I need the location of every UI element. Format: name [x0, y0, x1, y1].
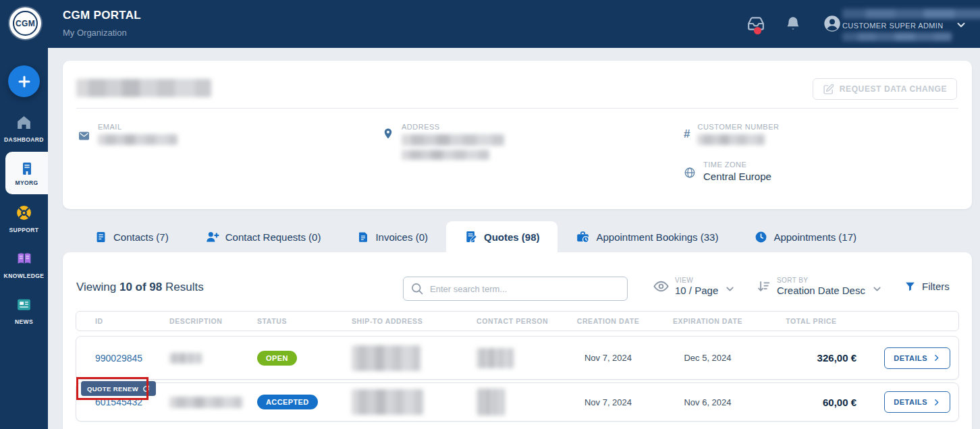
sidebar-item-label: MYORG — [15, 179, 38, 186]
organization-card: REQUEST DATA CHANGE EMAIL ADDRESS — [63, 61, 972, 209]
request-data-change-button[interactable]: REQUEST DATA CHANGE — [813, 78, 957, 100]
cgm-portal-app: CGM CGM PORTAL My Organization CUSTOMER … — [0, 0, 980, 429]
sidebar-nav: DASHBOARD MYORG SUPPORT — [0, 48, 48, 429]
creation-date: Nov 7, 2024 — [557, 397, 659, 407]
search-icon — [410, 282, 424, 295]
expiration-date: Dec 5, 2024 — [659, 353, 757, 363]
column-header-ship-to: SHIP-TO ADDRESS — [352, 317, 477, 325]
sidebar-item-news[interactable]: NEWS — [0, 296, 48, 325]
plus-icon — [16, 74, 32, 90]
quote-pen-icon — [464, 230, 478, 244]
column-header-total-price: TOTAL PRICE — [757, 317, 866, 325]
chevron-down-icon[interactable] — [955, 19, 967, 31]
viewing-prefix: Viewing — [76, 281, 116, 293]
column-header-description: DESCRIPTION — [169, 317, 257, 325]
clock-icon — [755, 231, 767, 244]
refresh-icon — [142, 385, 150, 393]
sidebar-item-label: KNOWLEDGE — [0, 273, 48, 279]
customer-number-redacted — [697, 134, 765, 145]
tab-appointment-bookings[interactable]: Appointment Bookings (33) — [557, 221, 736, 252]
card-divider — [76, 108, 958, 109]
tab-invoices[interactable]: Invoices (0) — [339, 221, 446, 252]
quote-row-1: 990029845 OPEN Nov 7, 2024 Dec 5, 2024 3… — [76, 336, 959, 380]
details-label: DETAILS — [894, 398, 927, 406]
book-icon — [16, 250, 33, 267]
request-data-change-label: REQUEST DATA CHANGE — [840, 84, 947, 94]
sidebar-item-label: DASHBOARD — [0, 136, 48, 143]
search-box[interactable] — [403, 277, 628, 301]
tab-contact-requests[interactable]: Contact Requests (0) — [187, 221, 339, 252]
table-header-row: ID DESCRIPTION STATUS SHIP-TO ADDRESS CO… — [76, 311, 959, 331]
person-plus-icon — [205, 230, 219, 244]
sort-by-label: SORT BY — [777, 277, 865, 284]
results-count: Viewing 10 of 98 Results — [76, 281, 204, 294]
notification-dot — [754, 27, 761, 34]
contact-person-redacted — [477, 389, 505, 416]
expiration-date: Nov 6, 2024 — [659, 397, 757, 407]
customer-number-label: CUSTOMER NUMBER — [697, 123, 779, 131]
tab-label: Contact Requests (0) — [225, 231, 321, 243]
tab-label: Quotes (98) — [484, 231, 540, 243]
sidebar-item-label: SUPPORT — [0, 227, 48, 233]
tab-appointments[interactable]: Appointments (17) — [736, 221, 875, 252]
details-button[interactable]: DETAILS — [884, 347, 950, 369]
tab-label: Appointments (17) — [773, 231, 856, 243]
chevron-down-icon — [871, 283, 883, 295]
house-icon — [16, 114, 32, 131]
sidebar-item-dashboard[interactable]: DASHBOARD — [0, 114, 48, 143]
status-badge: ACCEPTED — [257, 395, 318, 409]
address-book-icon — [94, 231, 107, 244]
tab-label: Invoices (0) — [375, 231, 428, 243]
sidebar-item-myorg[interactable]: MYORG — [5, 152, 48, 194]
quotes-panel: Viewing 10 of 98 Results VIEW 10 / Page — [63, 252, 972, 429]
column-header-contact: CONTACT PERSON — [477, 317, 557, 325]
view-label: VIEW — [675, 277, 718, 284]
tab-label: Appointment Bookings (33) — [596, 231, 718, 243]
quote-id-link[interactable]: 601545432 — [95, 397, 169, 407]
add-button[interactable] — [8, 65, 40, 97]
tab-bar: Contacts (7) Contact Requests (0) Invoic… — [76, 221, 875, 252]
quote-row-2: 601545432 ACCEPTED Nov 7, 2024 Nov 6, 20… — [76, 382, 959, 422]
viewing-count: 10 of 98 — [119, 281, 162, 293]
building-icon — [19, 161, 35, 177]
address-label: ADDRESS — [402, 123, 504, 131]
filter-funnel-icon — [904, 281, 916, 292]
email-label: EMAIL — [98, 123, 178, 131]
user-org-redacted — [842, 32, 952, 41]
sort-by-control[interactable]: SORT BY Creation Date Desc — [757, 277, 883, 296]
email-value-redacted — [98, 134, 178, 145]
user-name-redacted — [842, 9, 980, 19]
address-field: ADDRESS — [382, 123, 504, 160]
column-header-expiration: EXPIRATION DATE — [659, 317, 757, 325]
sidebar-item-knowledge[interactable]: KNOWLEDGE — [0, 250, 48, 279]
avatar-icon[interactable] — [823, 14, 842, 33]
time-zone-label: TIME ZONE — [703, 161, 771, 169]
column-header-status: STATUS — [257, 317, 352, 325]
sort-by-value: Creation Date Desc — [777, 285, 865, 296]
tab-contacts[interactable]: Contacts (7) — [76, 221, 187, 252]
quote-renew-badge[interactable]: QUOTE RENEW — [81, 381, 156, 396]
bell-icon[interactable] — [784, 15, 802, 32]
email-field: EMAIL — [78, 123, 178, 145]
sidebar-item-support[interactable]: SUPPORT — [0, 204, 48, 233]
cgm-logo[interactable]: CGM — [9, 7, 41, 39]
details-button[interactable]: DETAILS — [884, 391, 950, 413]
filters-button[interactable]: Filters — [904, 281, 950, 292]
organization-name-redacted — [76, 79, 211, 97]
globe-icon — [684, 167, 696, 179]
time-zone-field: TIME ZONE Central Europe — [684, 161, 771, 182]
view-value: 10 / Page — [675, 285, 718, 296]
view-per-page-control[interactable]: VIEW 10 / Page — [653, 277, 736, 296]
invoice-icon — [357, 231, 369, 244]
ship-to-redacted — [352, 345, 420, 371]
newspaper-icon — [16, 296, 32, 313]
contact-person-redacted — [477, 348, 514, 368]
sort-desc-icon — [757, 279, 771, 293]
search-input[interactable] — [430, 284, 620, 294]
time-zone-value: Central Europe — [703, 171, 771, 182]
chevron-right-icon — [932, 353, 941, 362]
quote-id-link[interactable]: 990029845 — [95, 353, 169, 364]
address-line2-redacted — [402, 150, 489, 160]
page-title: CGM PORTAL — [63, 9, 141, 22]
tab-quotes[interactable]: Quotes (98) — [446, 221, 558, 252]
